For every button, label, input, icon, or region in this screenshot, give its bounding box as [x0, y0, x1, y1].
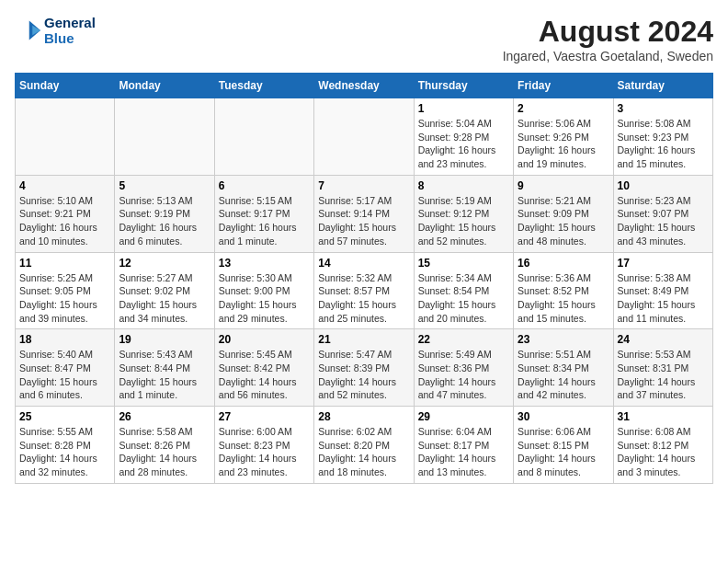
calendar-week-row: 18Sunrise: 5:40 AMSunset: 8:47 PMDayligh…	[16, 329, 713, 407]
calendar-cell: 20Sunrise: 5:45 AMSunset: 8:42 PMDayligh…	[214, 329, 313, 407]
calendar-cell: 4Sunrise: 5:10 AMSunset: 9:21 PMDaylight…	[16, 175, 115, 252]
calendar-cell: 30Sunrise: 6:06 AMSunset: 8:15 PMDayligh…	[514, 407, 613, 484]
day-info: Sunrise: 5:49 AMSunset: 8:36 PMDaylight:…	[418, 348, 509, 402]
day-info: Sunrise: 5:32 AMSunset: 8:57 PMDaylight:…	[318, 271, 409, 326]
calendar-cell: 3Sunrise: 5:08 AMSunset: 9:23 PMDaylight…	[613, 98, 712, 176]
day-number: 25	[19, 410, 110, 423]
calendar-cell: 11Sunrise: 5:25 AMSunset: 9:05 PMDayligh…	[16, 252, 115, 329]
calendar-cell: 28Sunrise: 6:02 AMSunset: 8:20 PMDayligh…	[314, 407, 414, 484]
day-number: 29	[418, 410, 509, 423]
day-info: Sunrise: 6:08 AMSunset: 8:12 PMDaylight:…	[618, 425, 709, 479]
day-number: 17	[618, 257, 709, 270]
day-number: 22	[418, 333, 509, 346]
calendar-cell: 22Sunrise: 5:49 AMSunset: 8:36 PMDayligh…	[414, 329, 513, 407]
day-info: Sunrise: 5:21 AMSunset: 9:09 PMDaylight:…	[518, 194, 609, 248]
calendar-cell: 29Sunrise: 6:04 AMSunset: 8:17 PMDayligh…	[414, 407, 513, 484]
calendar-cell: 16Sunrise: 5:36 AMSunset: 8:52 PMDayligh…	[514, 252, 613, 329]
calendar-cell: 8Sunrise: 5:19 AMSunset: 9:12 PMDaylight…	[414, 175, 513, 252]
day-info: Sunrise: 5:30 AMSunset: 9:00 PMDaylight:…	[219, 271, 310, 326]
day-number: 2	[518, 102, 609, 115]
day-number: 30	[518, 410, 609, 423]
day-info: Sunrise: 5:40 AMSunset: 8:47 PMDaylight:…	[19, 348, 110, 402]
calendar-cell: 17Sunrise: 5:38 AMSunset: 8:49 PMDayligh…	[613, 252, 712, 329]
calendar-cell	[115, 98, 214, 176]
day-number: 13	[219, 257, 310, 270]
day-number: 9	[518, 179, 609, 192]
day-number: 5	[119, 179, 210, 192]
day-info: Sunrise: 5:13 AMSunset: 9:19 PMDaylight:…	[119, 194, 210, 248]
day-number: 24	[618, 333, 709, 346]
calendar-week-row: 25Sunrise: 5:55 AMSunset: 8:28 PMDayligh…	[16, 407, 713, 484]
calendar-week-row: 11Sunrise: 5:25 AMSunset: 9:05 PMDayligh…	[16, 252, 713, 329]
calendar-cell: 7Sunrise: 5:17 AMSunset: 9:14 PMDaylight…	[314, 175, 414, 252]
day-info: Sunrise: 5:51 AMSunset: 8:34 PMDaylight:…	[518, 348, 609, 402]
day-number: 10	[618, 179, 709, 192]
day-info: Sunrise: 5:04 AMSunset: 9:28 PMDaylight:…	[418, 117, 509, 171]
weekday-header: Saturday	[613, 74, 712, 98]
calendar-cell: 14Sunrise: 5:32 AMSunset: 8:57 PMDayligh…	[314, 252, 414, 329]
calendar-cell	[214, 98, 313, 176]
day-info: Sunrise: 5:06 AMSunset: 9:26 PMDaylight:…	[518, 117, 609, 171]
day-info: Sunrise: 5:38 AMSunset: 8:49 PMDaylight:…	[618, 271, 709, 326]
day-info: Sunrise: 6:04 AMSunset: 8:17 PMDaylight:…	[418, 425, 509, 479]
day-info: Sunrise: 5:15 AMSunset: 9:17 PMDaylight:…	[219, 194, 310, 248]
day-info: Sunrise: 6:00 AMSunset: 8:23 PMDaylight:…	[219, 425, 310, 479]
calendar-cell: 2Sunrise: 5:06 AMSunset: 9:26 PMDaylight…	[514, 98, 613, 176]
day-info: Sunrise: 5:08 AMSunset: 9:23 PMDaylight:…	[618, 117, 709, 171]
day-info: Sunrise: 5:55 AMSunset: 8:28 PMDaylight:…	[19, 425, 110, 479]
day-number: 7	[318, 179, 409, 192]
day-number: 21	[318, 333, 409, 346]
calendar-week-row: 4Sunrise: 5:10 AMSunset: 9:21 PMDaylight…	[16, 175, 713, 252]
calendar-cell: 19Sunrise: 5:43 AMSunset: 8:44 PMDayligh…	[115, 329, 214, 407]
calendar-cell: 25Sunrise: 5:55 AMSunset: 8:28 PMDayligh…	[16, 407, 115, 484]
weekday-header: Tuesday	[214, 74, 313, 98]
day-number: 20	[219, 333, 310, 346]
day-number: 26	[119, 410, 210, 423]
logo: General Blue	[15, 15, 96, 46]
day-number: 28	[318, 410, 409, 423]
day-info: Sunrise: 5:25 AMSunset: 9:05 PMDaylight:…	[19, 271, 110, 326]
calendar-table: SundayMondayTuesdayWednesdayThursdayFrid…	[15, 73, 713, 484]
weekday-header: Wednesday	[314, 74, 414, 98]
logo-text: General Blue	[44, 15, 96, 46]
day-info: Sunrise: 5:47 AMSunset: 8:39 PMDaylight:…	[318, 348, 409, 402]
day-info: Sunrise: 5:10 AMSunset: 9:21 PMDaylight:…	[19, 194, 110, 248]
day-number: 6	[219, 179, 310, 192]
day-info: Sunrise: 5:45 AMSunset: 8:42 PMDaylight:…	[219, 348, 310, 402]
day-number: 18	[19, 333, 110, 346]
day-info: Sunrise: 5:36 AMSunset: 8:52 PMDaylight:…	[518, 271, 609, 326]
weekday-header: Monday	[115, 74, 214, 98]
calendar-cell: 21Sunrise: 5:47 AMSunset: 8:39 PMDayligh…	[314, 329, 414, 407]
day-number: 12	[119, 257, 210, 270]
day-number: 4	[19, 179, 110, 192]
calendar-cell: 13Sunrise: 5:30 AMSunset: 9:00 PMDayligh…	[214, 252, 313, 329]
calendar-cell: 9Sunrise: 5:21 AMSunset: 9:09 PMDaylight…	[514, 175, 613, 252]
day-number: 31	[618, 410, 709, 423]
calendar-cell: 12Sunrise: 5:27 AMSunset: 9:02 PMDayligh…	[115, 252, 214, 329]
calendar-cell: 23Sunrise: 5:51 AMSunset: 8:34 PMDayligh…	[514, 329, 613, 407]
weekday-header: Thursday	[414, 74, 513, 98]
month-title: August 2024	[503, 15, 713, 49]
calendar-cell: 31Sunrise: 6:08 AMSunset: 8:12 PMDayligh…	[613, 407, 712, 484]
calendar-cell: 27Sunrise: 6:00 AMSunset: 8:23 PMDayligh…	[214, 407, 313, 484]
day-info: Sunrise: 5:27 AMSunset: 9:02 PMDaylight:…	[119, 271, 210, 326]
calendar-cell: 1Sunrise: 5:04 AMSunset: 9:28 PMDaylight…	[414, 98, 513, 176]
day-number: 1	[418, 102, 509, 115]
header: General Blue August 2024 Ingared, Vaestr…	[15, 15, 713, 63]
day-info: Sunrise: 5:23 AMSunset: 9:07 PMDaylight:…	[618, 194, 709, 248]
day-info: Sunrise: 5:34 AMSunset: 8:54 PMDaylight:…	[418, 271, 509, 326]
weekday-header: Sunday	[16, 74, 115, 98]
day-number: 27	[219, 410, 310, 423]
calendar-cell: 5Sunrise: 5:13 AMSunset: 9:19 PMDaylight…	[115, 175, 214, 252]
day-number: 8	[418, 179, 509, 192]
calendar-cell: 10Sunrise: 5:23 AMSunset: 9:07 PMDayligh…	[613, 175, 712, 252]
calendar-cell: 15Sunrise: 5:34 AMSunset: 8:54 PMDayligh…	[414, 252, 513, 329]
day-number: 19	[119, 333, 210, 346]
calendar-cell	[16, 98, 115, 176]
day-info: Sunrise: 5:17 AMSunset: 9:14 PMDaylight:…	[318, 194, 409, 248]
calendar-cell: 26Sunrise: 5:58 AMSunset: 8:26 PMDayligh…	[115, 407, 214, 484]
day-number: 14	[318, 257, 409, 270]
calendar-header-row: SundayMondayTuesdayWednesdayThursdayFrid…	[16, 74, 713, 98]
calendar-cell	[314, 98, 414, 176]
location-title: Ingared, Vaestra Goetaland, Sweden	[503, 49, 713, 63]
